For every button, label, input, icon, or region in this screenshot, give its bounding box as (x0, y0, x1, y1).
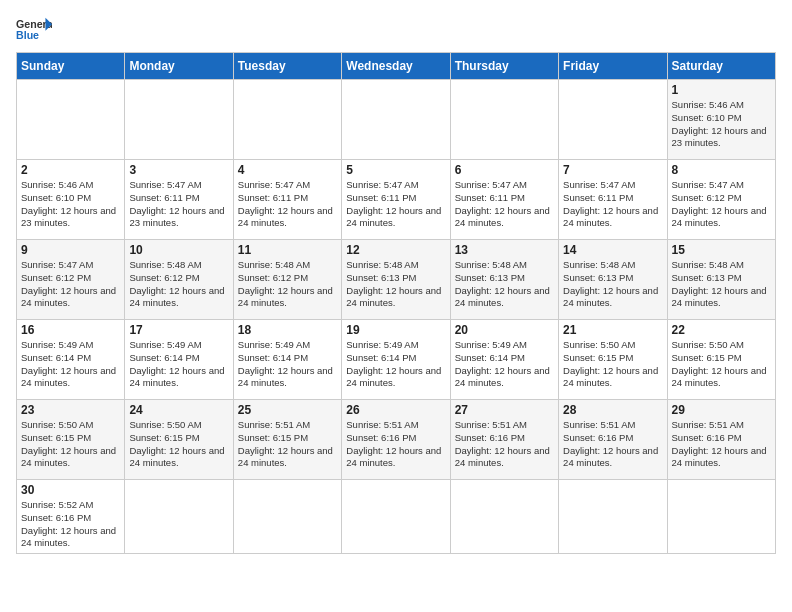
calendar-day-cell: 7Sunrise: 5:47 AM Sunset: 6:11 PM Daylig… (559, 160, 667, 240)
day-info: Sunrise: 5:47 AM Sunset: 6:12 PM Dayligh… (21, 259, 120, 310)
day-info: Sunrise: 5:50 AM Sunset: 6:15 PM Dayligh… (563, 339, 662, 390)
day-number: 30 (21, 483, 120, 497)
day-info: Sunrise: 5:48 AM Sunset: 6:13 PM Dayligh… (563, 259, 662, 310)
weekday-header-wednesday: Wednesday (342, 53, 450, 80)
day-info: Sunrise: 5:48 AM Sunset: 6:13 PM Dayligh… (455, 259, 554, 310)
calendar-week-row: 23Sunrise: 5:50 AM Sunset: 6:15 PM Dayli… (17, 400, 776, 480)
day-number: 11 (238, 243, 337, 257)
day-info: Sunrise: 5:49 AM Sunset: 6:14 PM Dayligh… (21, 339, 120, 390)
day-info: Sunrise: 5:49 AM Sunset: 6:14 PM Dayligh… (346, 339, 445, 390)
calendar-week-row: 2Sunrise: 5:46 AM Sunset: 6:10 PM Daylig… (17, 160, 776, 240)
day-info: Sunrise: 5:47 AM Sunset: 6:11 PM Dayligh… (129, 179, 228, 230)
calendar-day-cell: 14Sunrise: 5:48 AM Sunset: 6:13 PM Dayli… (559, 240, 667, 320)
calendar-day-cell (233, 80, 341, 160)
day-info: Sunrise: 5:49 AM Sunset: 6:14 PM Dayligh… (238, 339, 337, 390)
day-info: Sunrise: 5:48 AM Sunset: 6:12 PM Dayligh… (129, 259, 228, 310)
calendar-day-cell: 21Sunrise: 5:50 AM Sunset: 6:15 PM Dayli… (559, 320, 667, 400)
day-info: Sunrise: 5:50 AM Sunset: 6:15 PM Dayligh… (21, 419, 120, 470)
day-number: 28 (563, 403, 662, 417)
calendar-week-row: 30Sunrise: 5:52 AM Sunset: 6:16 PM Dayli… (17, 480, 776, 554)
calendar-day-cell: 10Sunrise: 5:48 AM Sunset: 6:12 PM Dayli… (125, 240, 233, 320)
day-number: 26 (346, 403, 445, 417)
calendar-day-cell (342, 80, 450, 160)
day-number: 29 (672, 403, 771, 417)
calendar-day-cell (125, 480, 233, 554)
day-number: 10 (129, 243, 228, 257)
calendar-day-cell: 1Sunrise: 5:46 AM Sunset: 6:10 PM Daylig… (667, 80, 775, 160)
day-info: Sunrise: 5:47 AM Sunset: 6:11 PM Dayligh… (346, 179, 445, 230)
calendar-day-cell: 16Sunrise: 5:49 AM Sunset: 6:14 PM Dayli… (17, 320, 125, 400)
calendar-day-cell: 4Sunrise: 5:47 AM Sunset: 6:11 PM Daylig… (233, 160, 341, 240)
calendar-day-cell: 5Sunrise: 5:47 AM Sunset: 6:11 PM Daylig… (342, 160, 450, 240)
day-number: 5 (346, 163, 445, 177)
calendar-day-cell (342, 480, 450, 554)
day-info: Sunrise: 5:50 AM Sunset: 6:15 PM Dayligh… (672, 339, 771, 390)
day-number: 24 (129, 403, 228, 417)
day-number: 25 (238, 403, 337, 417)
day-info: Sunrise: 5:51 AM Sunset: 6:16 PM Dayligh… (563, 419, 662, 470)
calendar-week-row: 9Sunrise: 5:47 AM Sunset: 6:12 PM Daylig… (17, 240, 776, 320)
day-info: Sunrise: 5:46 AM Sunset: 6:10 PM Dayligh… (21, 179, 120, 230)
day-number: 1 (672, 83, 771, 97)
day-number: 2 (21, 163, 120, 177)
calendar-day-cell: 8Sunrise: 5:47 AM Sunset: 6:12 PM Daylig… (667, 160, 775, 240)
calendar-day-cell: 11Sunrise: 5:48 AM Sunset: 6:12 PM Dayli… (233, 240, 341, 320)
calendar-day-cell: 3Sunrise: 5:47 AM Sunset: 6:11 PM Daylig… (125, 160, 233, 240)
svg-text:Blue: Blue (16, 29, 39, 41)
day-number: 13 (455, 243, 554, 257)
calendar-day-cell (559, 480, 667, 554)
day-number: 7 (563, 163, 662, 177)
day-number: 6 (455, 163, 554, 177)
calendar-day-cell: 9Sunrise: 5:47 AM Sunset: 6:12 PM Daylig… (17, 240, 125, 320)
day-number: 16 (21, 323, 120, 337)
day-info: Sunrise: 5:46 AM Sunset: 6:10 PM Dayligh… (672, 99, 771, 150)
calendar-day-cell (450, 80, 558, 160)
calendar-day-cell (450, 480, 558, 554)
day-number: 27 (455, 403, 554, 417)
weekday-header-tuesday: Tuesday (233, 53, 341, 80)
day-number: 4 (238, 163, 337, 177)
calendar-day-cell: 24Sunrise: 5:50 AM Sunset: 6:15 PM Dayli… (125, 400, 233, 480)
day-number: 12 (346, 243, 445, 257)
day-info: Sunrise: 5:49 AM Sunset: 6:14 PM Dayligh… (455, 339, 554, 390)
day-number: 22 (672, 323, 771, 337)
day-number: 3 (129, 163, 228, 177)
day-info: Sunrise: 5:47 AM Sunset: 6:12 PM Dayligh… (672, 179, 771, 230)
day-info: Sunrise: 5:49 AM Sunset: 6:14 PM Dayligh… (129, 339, 228, 390)
day-info: Sunrise: 5:48 AM Sunset: 6:12 PM Dayligh… (238, 259, 337, 310)
day-number: 23 (21, 403, 120, 417)
calendar-day-cell (125, 80, 233, 160)
weekday-header-saturday: Saturday (667, 53, 775, 80)
calendar-day-cell (559, 80, 667, 160)
generalblue-logo-icon: General Blue (16, 16, 52, 44)
calendar-day-cell (667, 480, 775, 554)
day-info: Sunrise: 5:51 AM Sunset: 6:16 PM Dayligh… (346, 419, 445, 470)
calendar-day-cell: 6Sunrise: 5:47 AM Sunset: 6:11 PM Daylig… (450, 160, 558, 240)
calendar-day-cell: 20Sunrise: 5:49 AM Sunset: 6:14 PM Dayli… (450, 320, 558, 400)
day-number: 15 (672, 243, 771, 257)
weekday-header-thursday: Thursday (450, 53, 558, 80)
calendar-day-cell: 28Sunrise: 5:51 AM Sunset: 6:16 PM Dayli… (559, 400, 667, 480)
calendar-day-cell (233, 480, 341, 554)
day-info: Sunrise: 5:47 AM Sunset: 6:11 PM Dayligh… (563, 179, 662, 230)
calendar-day-cell: 25Sunrise: 5:51 AM Sunset: 6:15 PM Dayli… (233, 400, 341, 480)
day-number: 19 (346, 323, 445, 337)
calendar-day-cell: 19Sunrise: 5:49 AM Sunset: 6:14 PM Dayli… (342, 320, 450, 400)
calendar-day-cell: 23Sunrise: 5:50 AM Sunset: 6:15 PM Dayli… (17, 400, 125, 480)
day-info: Sunrise: 5:52 AM Sunset: 6:16 PM Dayligh… (21, 499, 120, 550)
calendar-day-cell: 2Sunrise: 5:46 AM Sunset: 6:10 PM Daylig… (17, 160, 125, 240)
day-info: Sunrise: 5:48 AM Sunset: 6:13 PM Dayligh… (346, 259, 445, 310)
day-number: 18 (238, 323, 337, 337)
day-info: Sunrise: 5:47 AM Sunset: 6:11 PM Dayligh… (238, 179, 337, 230)
calendar-week-row: 1Sunrise: 5:46 AM Sunset: 6:10 PM Daylig… (17, 80, 776, 160)
day-number: 14 (563, 243, 662, 257)
calendar-day-cell: 22Sunrise: 5:50 AM Sunset: 6:15 PM Dayli… (667, 320, 775, 400)
weekday-header-monday: Monday (125, 53, 233, 80)
page-header: General Blue (16, 16, 776, 44)
day-number: 21 (563, 323, 662, 337)
day-info: Sunrise: 5:51 AM Sunset: 6:16 PM Dayligh… (455, 419, 554, 470)
calendar-day-cell: 29Sunrise: 5:51 AM Sunset: 6:16 PM Dayli… (667, 400, 775, 480)
calendar-week-row: 16Sunrise: 5:49 AM Sunset: 6:14 PM Dayli… (17, 320, 776, 400)
calendar-day-cell (17, 80, 125, 160)
calendar-day-cell: 15Sunrise: 5:48 AM Sunset: 6:13 PM Dayli… (667, 240, 775, 320)
